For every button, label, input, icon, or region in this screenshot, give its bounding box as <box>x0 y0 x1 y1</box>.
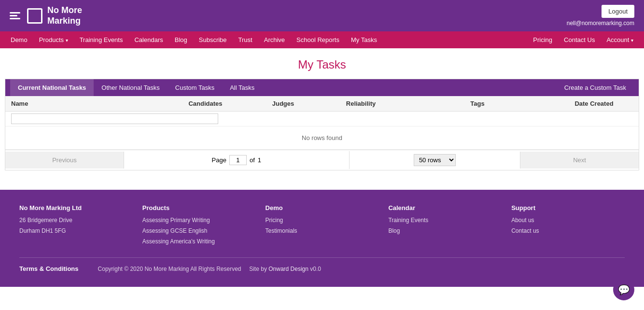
page-label: Page <box>212 156 226 164</box>
nav-item-trust[interactable]: Trust <box>233 31 258 48</box>
col-tags: Tags <box>400 100 555 107</box>
page-total: 1 <box>258 156 261 164</box>
col-date-created: Date Created <box>555 100 633 107</box>
col-reliability: Reliability <box>322 100 400 107</box>
name-filter-input[interactable] <box>11 113 218 124</box>
logo-text: No More Marking <box>47 5 82 26</box>
pagination-bar: Previous Page of 1 10 rows 25 rows 50 ro… <box>5 150 639 170</box>
footer-demo: Demo Pricing Testimonials <box>266 204 379 248</box>
header-right: Logout nell@nomoremarking.com <box>567 5 634 27</box>
col-name: Name <box>11 100 167 107</box>
page-title: My Tasks <box>0 48 644 79</box>
tabs-bar: Current National Tasks Other National Ta… <box>5 79 639 96</box>
footer-calendar-heading: Calendar <box>388 204 502 211</box>
next-button[interactable]: Next <box>520 152 639 169</box>
footer-company-name: No More Marking Ltd <box>19 204 133 211</box>
tab-other-national[interactable]: Other National Tasks <box>94 79 167 96</box>
footer-link-assessing-primary[interactable]: Assessing Primary Writing <box>142 216 256 225</box>
footer: No More Marking Ltd 26 Bridgemere Drive … <box>0 190 644 287</box>
footer-link-blog[interactable]: Blog <box>388 227 502 235</box>
footer-support: Support About us Contact us <box>511 204 625 248</box>
nav-right: Pricing Contact Us Account ▾ <box>527 31 639 48</box>
nav-item-training-events[interactable]: Training Events <box>74 31 129 48</box>
footer-address2: Durham DH1 5FG <box>19 227 133 235</box>
nav-item-pricing[interactable]: Pricing <box>527 31 558 48</box>
footer-link-about-us[interactable]: About us <box>511 216 625 225</box>
footer-calendar: Calendar Training Events Blog <box>388 204 502 248</box>
onward-design-link[interactable]: Onward Design <box>268 266 308 272</box>
footer-link-pricing[interactable]: Pricing <box>266 216 379 225</box>
footer-bottom: Terms & Conditions Copyright © 2020 No M… <box>19 257 625 272</box>
logout-button[interactable]: Logout <box>602 5 634 18</box>
tab-current-national[interactable]: Current National Tasks <box>10 79 94 96</box>
user-email: nell@nomoremarking.com <box>567 20 634 27</box>
filter-row <box>5 112 639 127</box>
footer-address1: 26 Bridgemere Drive <box>19 216 133 225</box>
footer-link-contact-us[interactable]: Contact us <box>511 227 625 235</box>
footer-products: Products Assessing Primary Writing Asses… <box>142 204 256 248</box>
nav-item-my-tasks[interactable]: My Tasks <box>345 31 383 48</box>
rows-per-page-selector: 10 rows 25 rows 50 rows 100 rows <box>350 150 520 170</box>
rows-select[interactable]: 10 rows 25 rows 50 rows 100 rows <box>414 154 456 166</box>
table-body: No rows found <box>5 112 639 150</box>
footer-demo-heading: Demo <box>266 204 379 211</box>
logo-area: No More Marking <box>10 5 82 26</box>
footer-link-assessing-america[interactable]: Assessing America's Writing <box>142 238 256 246</box>
main-nav: Demo Products ▾ Training Events Calendar… <box>0 31 644 48</box>
footer-company: No More Marking Ltd 26 Bridgemere Drive … <box>19 204 133 248</box>
tab-all-tasks[interactable]: All Tasks <box>222 79 262 96</box>
tasks-table-container: Name Candidates Judges Reliability Tags … <box>5 96 639 170</box>
footer-support-heading: Support <box>511 204 625 211</box>
footer-products-heading: Products <box>142 204 256 211</box>
nav-item-archive[interactable]: Archive <box>258 31 291 48</box>
logo-box <box>27 8 42 24</box>
terms-conditions-link[interactable]: Terms & Conditions <box>19 265 79 272</box>
nav-item-blog[interactable]: Blog <box>169 31 193 48</box>
chevron-down-icon: ▾ <box>66 38 68 43</box>
table-header-row: Name Candidates Judges Reliability Tags … <box>5 96 639 112</box>
footer-grid: No More Marking Ltd 26 Bridgemere Drive … <box>19 204 625 248</box>
nav-item-school-reports[interactable]: School Reports <box>291 31 345 48</box>
footer-link-training-events[interactable]: Training Events <box>388 216 502 225</box>
tasks-panel: Current National Tasks Other National Ta… <box>5 79 639 170</box>
hamburger-icon <box>10 12 20 19</box>
footer-link-testimonials[interactable]: Testimonials <box>266 227 379 235</box>
page-info: Page of 1 <box>124 151 350 169</box>
nav-item-products[interactable]: Products ▾ <box>33 31 74 48</box>
footer-link-assessing-gcse[interactable]: Assessing GCSE English <box>142 227 256 235</box>
nav-item-contact-us[interactable]: Contact Us <box>558 31 601 48</box>
chat-icon: 💬 <box>618 284 630 287</box>
nav-item-subscribe[interactable]: Subscribe <box>193 31 233 48</box>
previous-button[interactable]: Previous <box>5 152 124 169</box>
no-rows-message: No rows found <box>5 127 639 150</box>
of-label: of <box>250 156 255 164</box>
top-header: No More Marking Logout nell@nomoremarkin… <box>0 0 644 31</box>
col-judges: Judges <box>244 100 322 107</box>
page-number-input[interactable] <box>229 155 247 165</box>
create-custom-task-link[interactable]: Create a Custom Task <box>557 79 634 96</box>
tab-custom-tasks[interactable]: Custom Tasks <box>168 79 222 96</box>
chevron-down-icon: ▾ <box>631 38 633 43</box>
nav-item-account[interactable]: Account ▾ <box>601 31 639 48</box>
col-candidates: Candidates <box>167 100 244 107</box>
nav-item-calendars[interactable]: Calendars <box>128 31 168 48</box>
nav-item-demo[interactable]: Demo <box>5 31 33 48</box>
copyright-text: Copyright © 2020 No More Marking All Rig… <box>98 266 321 272</box>
